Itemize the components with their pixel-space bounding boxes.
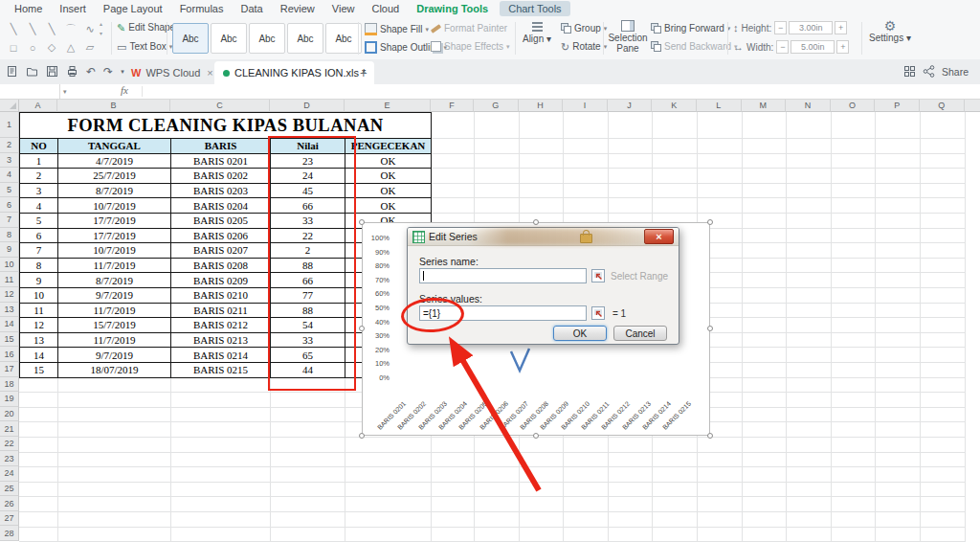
row-header-26[interactable]: 26 (0, 496, 19, 511)
row-header-1[interactable]: 1 (0, 112, 19, 138)
row-header-21[interactable]: 21 (0, 421, 19, 437)
cell[interactable]: BARIS 0209 (171, 273, 271, 288)
bring-forward-button[interactable]: Bring Forward ▾ (651, 23, 730, 34)
ribbon-tab-cloud[interactable]: Cloud (363, 1, 408, 16)
cell[interactable]: 15 (20, 363, 58, 378)
row-header-4[interactable]: 4 (0, 168, 19, 183)
gallery-down-icon[interactable]: ▾ (100, 31, 102, 36)
cell[interactable]: 66 (271, 273, 345, 288)
print-icon[interactable] (66, 65, 78, 78)
cell[interactable]: 23 (271, 154, 345, 169)
gallery-up-icon[interactable]: ▴ (100, 21, 102, 27)
cell[interactable]: BARIS 0201 (171, 154, 271, 169)
chart-handle[interactable] (707, 433, 713, 439)
open-folder-icon[interactable] (26, 65, 38, 78)
col-header-Q[interactable]: Q (920, 100, 965, 112)
shape-style-preset[interactable]: Abc (287, 23, 323, 54)
col-header-E[interactable]: E (345, 100, 431, 112)
col-header-B[interactable]: B (57, 100, 170, 112)
cell[interactable]: 10 (20, 288, 58, 304)
shape-icon[interactable]: △ (61, 38, 80, 56)
rotate-button[interactable]: ↻ Rotate ▾ (561, 41, 607, 52)
selection-pane-button[interactable]: Selection Pane (609, 20, 647, 53)
row-header-17[interactable]: 17 (0, 362, 19, 377)
select-all-corner[interactable] (0, 100, 19, 112)
cell[interactable]: 1 (20, 154, 58, 169)
shape-style-preset[interactable]: Abc (325, 23, 362, 54)
cell[interactable]: BARIS 0207 (171, 243, 271, 259)
col-header-F[interactable]: F (431, 100, 474, 112)
shape-style-preset[interactable]: Abc (249, 23, 285, 54)
chart-handle[interactable] (707, 326, 713, 331)
shape-style-preset[interactable]: Abc (211, 23, 247, 54)
text-box-button[interactable]: ▭ Text Box ▾ (117, 41, 172, 52)
name-box-dropdown-icon[interactable]: ▾ (63, 88, 67, 96)
cell[interactable]: BARIS 0203 (171, 184, 271, 199)
cell[interactable]: BARIS 0211 (171, 304, 271, 319)
row-header-8[interactable]: 8 (0, 228, 19, 243)
range-picker-icon[interactable] (591, 306, 605, 320)
cell[interactable]: 54 (271, 318, 345, 333)
cell[interactable]: 4 (20, 198, 58, 214)
col-header-P[interactable]: P (875, 100, 920, 112)
cell[interactable]: 77 (271, 288, 345, 304)
cell[interactable]: BARIS 0205 (171, 214, 271, 229)
cell[interactable]: BARIS 0208 (171, 259, 271, 274)
cell[interactable]: 12 (20, 318, 58, 333)
cell[interactable]: OK (345, 169, 432, 184)
close-tab-icon[interactable]: × (207, 67, 212, 79)
row-header-23[interactable]: 23 (0, 451, 19, 466)
cell[interactable]: 65 (271, 348, 345, 363)
share-icon[interactable] (923, 65, 935, 78)
cell[interactable]: 10/7/2019 (58, 243, 171, 259)
width-decrease-button[interactable]: − (776, 40, 789, 54)
row-header-9[interactable]: 9 (0, 242, 19, 258)
row-header-2[interactable]: 2 (0, 138, 19, 153)
ribbon-tab-drawing-tools[interactable]: Drawing Tools (408, 1, 497, 16)
cell[interactable]: 66 (271, 198, 345, 214)
dialog-close-button[interactable]: × (644, 229, 674, 244)
cell[interactable]: 24 (271, 169, 345, 184)
layout-grid-icon[interactable] (903, 65, 916, 78)
undo-icon[interactable]: ↶ (86, 66, 96, 78)
cell[interactable]: 9 (20, 273, 58, 288)
cancel-button[interactable]: Cancel (613, 326, 667, 341)
send-backward-button[interactable]: Send Backward ▾ (651, 41, 738, 52)
row-header-28[interactable]: 28 (0, 526, 19, 541)
row-header-27[interactable]: 27 (0, 511, 19, 527)
cell[interactable]: 5 (20, 214, 58, 229)
shape-effects-button[interactable]: Shape Effects ▾ (431, 41, 510, 52)
chart-handle[interactable] (359, 219, 365, 225)
row-header-7[interactable]: 7 (0, 213, 19, 228)
row-header-5[interactable]: 5 (0, 183, 19, 198)
ribbon-tab-data[interactable]: Data (232, 1, 271, 16)
cell[interactable]: 11 (20, 304, 58, 319)
name-box[interactable] (0, 84, 60, 99)
cell[interactable]: 9/7/2019 (58, 348, 171, 363)
tab-cleaning-kipas-ion[interactable]: CLEANING KIPAS ION.xls * (214, 61, 374, 84)
shape-icon[interactable]: ∿ (80, 20, 100, 38)
cell[interactable]: 25/7/2019 (58, 169, 171, 184)
ribbon-tab-review[interactable]: Review (272, 1, 323, 16)
cell[interactable]: 11/7/2019 (58, 259, 171, 274)
col-header-C[interactable]: C (170, 100, 270, 112)
chart-handle[interactable] (359, 433, 365, 439)
shape-icon[interactable]: □ (4, 38, 23, 56)
col-header-M[interactable]: M (742, 100, 787, 112)
col-header-J[interactable]: J (608, 100, 653, 112)
row-header-16[interactable]: 16 (0, 347, 19, 362)
ribbon-tab-view[interactable]: View (323, 1, 364, 16)
dialog-titlebar[interactable]: Edit Series × (408, 228, 679, 246)
ribbon-tab-page-layout[interactable]: Page Layout (95, 1, 171, 16)
cell[interactable]: BARIS 0214 (171, 348, 271, 363)
cell[interactable]: 45 (271, 184, 345, 199)
row-header-13[interactable]: 13 (0, 303, 19, 318)
row-header-3[interactable]: 3 (0, 153, 19, 169)
cell[interactable]: 18/07/2019 (58, 363, 171, 378)
col-header-D[interactable]: D (270, 100, 345, 112)
col-header-L[interactable]: L (697, 100, 742, 112)
shape-icon[interactable]: ⌒ (61, 20, 80, 38)
width-value[interactable]: 5.00in (791, 40, 835, 54)
row-header-19[interactable]: 19 (0, 392, 19, 407)
cell[interactable]: 11/7/2019 (58, 304, 171, 319)
